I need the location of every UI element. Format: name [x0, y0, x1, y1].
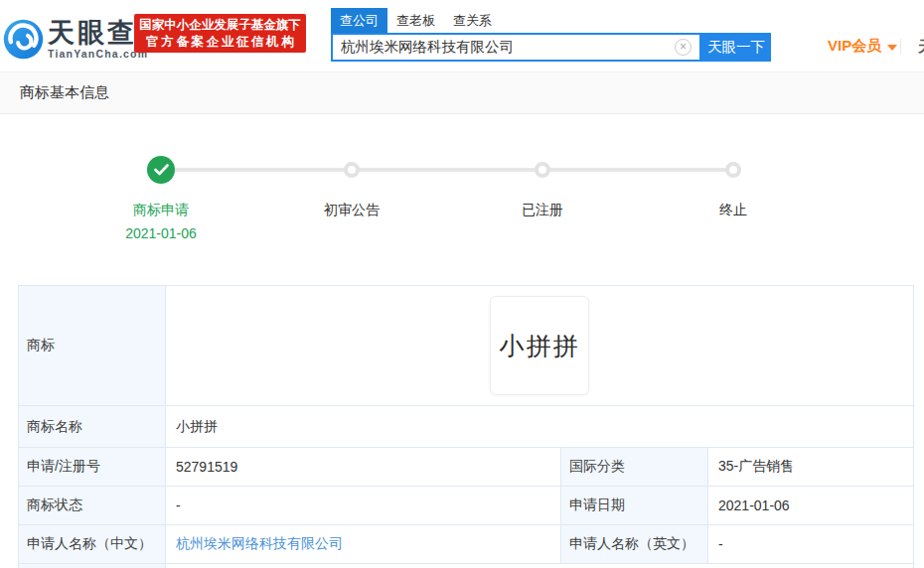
table-row-registration-number: 申请/注册号 52791519 国际分类 35-广告销售 [19, 448, 913, 487]
table-row-trademark-image: 商标 小拼拼 [19, 286, 913, 406]
row-label: 商标状态 [19, 487, 166, 524]
row-label: 商标名称 [19, 406, 166, 447]
step-date: 2021-01-06 [66, 225, 256, 241]
check-circle-icon [147, 156, 175, 184]
search-input[interactable] [333, 40, 675, 56]
vip-label: VIP会员 [828, 37, 881, 56]
search-row: × 天眼一下 [331, 33, 771, 62]
trademark-info-table: 商标 小拼拼 商标名称 小拼拼 申请/注册号 52791519 国际分类 35-… [18, 285, 914, 568]
row-label: 申请日期 [561, 487, 708, 524]
row-value: - [166, 487, 561, 524]
pending-circle-icon [725, 162, 741, 178]
trademark-progress-steps: 商标申请 2021-01-06 初审公告 已注册 终止 [0, 114, 924, 285]
search-area: 查公司 查老板 查关系 × 天眼一下 [331, 10, 771, 62]
row-label [19, 564, 166, 568]
row-label: 申请人名称（中文） [19, 525, 166, 563]
pending-circle-icon [344, 162, 360, 178]
step-trademark-application: 商标申请 2021-01-06 [66, 114, 256, 285]
badge-line2: 官方备案企业征信机构 [134, 34, 306, 51]
page: 天眼查 TianYanCha.com 国家中小企业发展子基金旗下 官方备案企业征… [0, 0, 924, 568]
trademark-image-cell: 小拼拼 [166, 286, 913, 405]
clipped-header-item[interactable]: 天 [918, 38, 924, 56]
row-value: 52791519 [166, 448, 561, 486]
table-row-trademark-name: 商标名称 小拼拼 [19, 406, 913, 448]
pending-circle-icon [535, 162, 550, 178]
row-value: 2021-01-06 [708, 487, 913, 524]
applicant-cell: 杭州埃米网络科技有限公司 [166, 525, 561, 563]
step-label: 已注册 [447, 202, 638, 219]
certification-badge: 国家中小企业发展子基金旗下 官方备案企业征信机构 [134, 14, 306, 53]
search-tabs: 查公司 查老板 查关系 [331, 10, 771, 33]
search-input-wrap: × [331, 33, 701, 62]
caret-down-icon [887, 45, 897, 51]
table-row-applicant-name: 申请人名称（中文） 杭州埃米网络科技有限公司 申请人名称（英文） - [19, 525, 913, 564]
page-title: 商标基本信息 [20, 83, 109, 102]
logo-swirl-icon [2, 18, 45, 61]
trademark-image: 小拼拼 [490, 296, 589, 395]
row-value: 小拼拼 [166, 406, 913, 447]
step-label: 终止 [638, 202, 829, 219]
row-value [166, 564, 913, 568]
row-label: 商标 [19, 286, 166, 405]
header: 天眼查 TianYanCha.com 国家中小企业发展子基金旗下 官方备案企业征… [0, 0, 924, 71]
search-button[interactable]: 天眼一下 [701, 33, 771, 62]
step-label: 商标申请 [66, 202, 256, 219]
row-label: 申请人名称（英文） [561, 525, 708, 563]
step-registered: 已注册 [447, 114, 638, 285]
header-divider [900, 39, 901, 55]
tab-search-relation[interactable]: 查关系 [444, 8, 501, 33]
brand-logo[interactable]: 天眼查 TianYanCha.com [2, 18, 148, 61]
table-row-trademark-status: 商标状态 - 申请日期 2021-01-06 [19, 487, 913, 525]
step-label: 初审公告 [256, 202, 447, 219]
row-label: 申请/注册号 [19, 448, 166, 486]
row-value: - [708, 525, 913, 563]
row-value: 35-广告销售 [708, 448, 913, 486]
badge-line1: 国家中小企业发展子基金旗下 [134, 17, 306, 34]
tab-search-boss[interactable]: 查老板 [387, 8, 444, 33]
applicant-company-link[interactable]: 杭州埃米网络科技有限公司 [176, 535, 343, 553]
vip-menu[interactable]: VIP会员 [828, 37, 897, 56]
step-terminated: 终止 [638, 114, 829, 285]
section-title-bar: 商标基本信息 [0, 71, 924, 114]
row-label: 国际分类 [561, 448, 708, 486]
step-preliminary-publication: 初审公告 [256, 114, 447, 285]
table-row-clipped [19, 564, 913, 568]
tab-search-company[interactable]: 查公司 [331, 8, 387, 33]
clear-icon[interactable]: × [675, 39, 692, 56]
